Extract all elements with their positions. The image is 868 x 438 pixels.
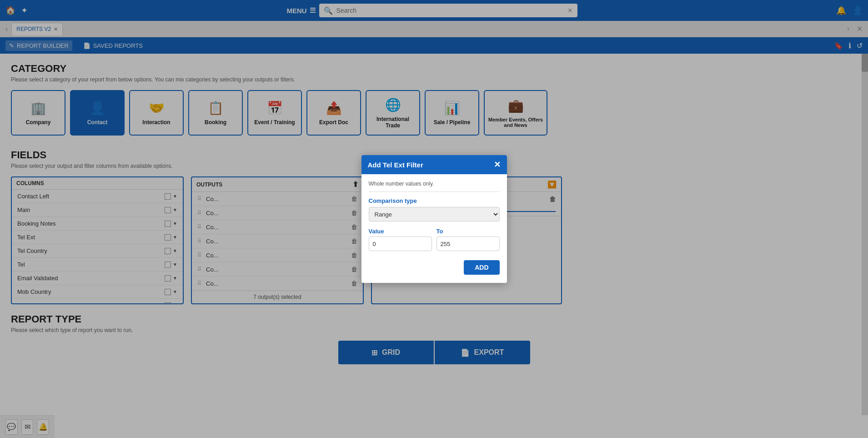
value-label: Value <box>369 228 432 235</box>
modal-body: Whole number values only. Comparison typ… <box>361 174 507 283</box>
comparison-label: Comparison type <box>369 197 500 204</box>
value-from-input[interactable] <box>369 237 432 251</box>
modal-footer: ADD <box>369 257 500 277</box>
modal-header: Add Tel Ext Filter ✕ <box>361 155 507 174</box>
modal-title: Add Tel Ext Filter <box>368 161 423 169</box>
value-to-group: To <box>437 228 500 251</box>
modal-overlay: Add Tel Ext Filter ✕ Whole number values… <box>0 0 868 438</box>
value-from-group: Value <box>369 228 432 251</box>
modal: Add Tel Ext Filter ✕ Whole number values… <box>361 155 507 283</box>
modal-hint: Whole number values only. <box>369 181 500 192</box>
value-to-input[interactable] <box>437 237 500 251</box>
modal-add-button[interactable]: ADD <box>464 260 499 275</box>
to-label: To <box>437 228 500 235</box>
comparison-select[interactable]: Range Equals Greater than Less than <box>369 207 500 222</box>
value-row: Value To <box>369 228 500 251</box>
modal-close-button[interactable]: ✕ <box>494 160 501 170</box>
